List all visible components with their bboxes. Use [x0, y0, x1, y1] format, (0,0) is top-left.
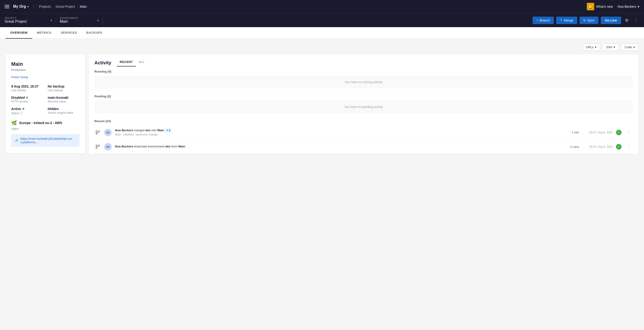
activity-tab-recent[interactable]: RECENT	[117, 59, 136, 66]
env-value: Main	[60, 20, 78, 24]
activity-section: Running (0) You have no running activity…	[89, 66, 638, 154]
more-menu-button[interactable]: ⋮	[632, 16, 639, 24]
golive-label: Go Live	[605, 19, 617, 22]
activity-body: Noa Beckers merged dev into Main + 1 Mai…	[115, 128, 564, 136]
svg-point-2	[96, 133, 97, 134]
whats-new-button[interactable]: 🔔 What's new	[587, 3, 613, 10]
http-access-item: Disabled HTTP access	[11, 96, 43, 103]
breadcrumb: Projects › Great Project › Main	[39, 5, 87, 9]
link-icon: 🔗	[15, 139, 18, 142]
tab-backups[interactable]: BACKUPS	[82, 27, 107, 39]
tab-services[interactable]: SERVICES	[56, 27, 82, 39]
last-activity-item: 8 Aug 2022, 18:27 Last activity	[11, 84, 43, 92]
env-url-panel: 🔗 https://main-bvxea6i-j3r2aibq2b4jm.eu-…	[11, 134, 80, 147]
status-value: Active	[11, 107, 43, 111]
project-label: PROJECT	[5, 17, 27, 20]
breadcrumb-sep1: ›	[52, 5, 54, 9]
whats-new-label: What's new	[596, 5, 613, 9]
finish-setup-link[interactable]: Finish Setup	[11, 75, 80, 79]
breadcrumb-sep2: ›	[77, 5, 78, 9]
pending-section-title: Pending (0)	[94, 91, 633, 100]
activity-tab-all[interactable]: ALL	[136, 59, 148, 66]
env-type: Production	[11, 68, 80, 72]
http-access-value: Disabled	[11, 96, 43, 99]
region-text: Europe - Ireland eu-3 - AWS	[20, 121, 62, 125]
breadcrumb-projects[interactable]: Projects	[39, 5, 51, 9]
activity-more-button[interactable]: ⋮	[625, 143, 633, 150]
breadcrumb-project[interactable]: Great Project	[56, 5, 75, 9]
ssh-chevron-icon: ▾	[614, 45, 615, 49]
activity-duration: 2 mins	[567, 145, 579, 149]
activity-text: Noa Beckers branched environment dev fro…	[115, 145, 564, 148]
http-access-dot	[26, 97, 28, 99]
user-menu[interactable]: Noa Beckers ▾	[618, 5, 639, 9]
code-label: Code	[624, 45, 632, 49]
last-backup-value: No backup	[48, 84, 80, 88]
svg-point-5	[96, 147, 97, 149]
project-selector[interactable]: PROJECT Great Project ▾	[5, 17, 56, 24]
code-chevron-icon: ▾	[633, 45, 635, 49]
activity-status-icon: ✓	[616, 144, 622, 149]
region-label: region	[11, 127, 80, 130]
urls-dropdown[interactable]: URLs ▾	[582, 44, 600, 51]
activity-item: AC Noa Beckers merged dev into Main + 1 …	[94, 125, 633, 140]
sync-button[interactable]: ↻ Sync	[580, 17, 598, 24]
svg-point-1	[98, 131, 100, 132]
activity-header: Activity RECENT ALL	[89, 55, 638, 66]
org-selector[interactable]: My Org ▾	[13, 5, 28, 9]
activity-text: Noa Beckers merged dev into Main + 1	[115, 128, 564, 132]
activity-more-button[interactable]: ⋮	[625, 129, 633, 136]
recent-section-title: Recent (24)	[94, 116, 633, 125]
activity-duration: 1 min	[567, 131, 579, 134]
activity-time: 18:21, Aug 8, 2022	[582, 145, 613, 148]
svg-point-3	[96, 145, 97, 146]
content-row: Main Production Finish Setup 8 Aug 2022,…	[6, 55, 638, 154]
http-access-label: HTTP access	[11, 100, 43, 103]
activity-time: 18:27, Aug 8, 2022	[582, 131, 613, 134]
left-panel: Main Production Finish Setup 8 Aug 2022,…	[6, 55, 85, 153]
tab-nav: OVERVIEW METRICS SERVICES BACKUPS	[0, 27, 644, 39]
activity-title: Activity	[94, 60, 111, 66]
activity-status-icon: ✓	[616, 130, 622, 135]
project-chevron-icon: ▾	[50, 19, 52, 22]
region-row: 🌿 Europe - Ireland eu-3 - AWS	[11, 120, 80, 126]
ssh-dropdown[interactable]: SSH ▾	[602, 44, 619, 51]
branch-label: Branch	[540, 19, 550, 22]
branch-button[interactable]: ⑂ Branch	[532, 17, 554, 24]
tab-overview[interactable]: OVERVIEW	[6, 27, 32, 39]
activity-meta: Main 14b806a awesome change	[115, 133, 564, 136]
right-panel: Activity RECENT ALL Running (0) You have…	[89, 55, 638, 154]
golive-button[interactable]: Go Live	[601, 17, 621, 24]
svg-point-4	[98, 145, 100, 146]
sub-header-actions: ⑂ Branch ⇡ Merge ↻ Sync Go Live ⚙ ⋮	[532, 16, 639, 24]
tab-metrics[interactable]: METRICS	[32, 27, 56, 39]
hamburger-menu[interactable]	[5, 5, 9, 8]
settings-button[interactable]: ⚙	[624, 16, 630, 24]
branch-icon: ⑂	[536, 19, 538, 22]
env-label: ENVIRONMENT	[60, 17, 78, 20]
activity-tabs: RECENT ALL	[117, 59, 148, 66]
project-value: Great Project	[5, 20, 27, 24]
main-content: URLs ▾ SSH ▾ Code ▾ Main Production Fini…	[0, 39, 644, 159]
merge-button[interactable]: ⇡ Merge	[556, 17, 577, 24]
code-dropdown[interactable]: Code ▾	[621, 44, 638, 51]
pending-empty: You have no pending activity	[94, 100, 633, 113]
machine-name-value: main-bvxea6i	[48, 96, 80, 99]
top-nav-right: 🔔 What's new Noa Beckers ▾	[587, 3, 639, 10]
machine-name-item: main-bvxea6i Machine name	[48, 96, 80, 103]
user-name-label: Noa Beckers	[618, 5, 636, 9]
status-item: Active Status ⓘ	[11, 107, 43, 115]
env-chevron-icon: ▾	[97, 19, 99, 22]
sync-icon: ↻	[583, 19, 586, 22]
sub-header: PROJECT Great Project ▾ ENVIRONMENT Main…	[0, 13, 644, 27]
env-selector[interactable]: ENVIRONMENT Main ▾	[56, 17, 103, 24]
env-url-link[interactable]: https://main-bvxea6i-j3r2aibq2b4jm.eu-3.…	[20, 137, 76, 144]
status-info-icon[interactable]: ⓘ	[20, 111, 23, 115]
merge-icon: ⇡	[560, 19, 563, 22]
top-nav: My Org ▾ | Projects › Great Project › Ma…	[0, 0, 644, 13]
nav-separator: |	[33, 4, 34, 9]
org-chevron-icon: ▾	[27, 5, 28, 8]
branch-icon	[94, 143, 101, 150]
user-chevron-icon: ▾	[638, 5, 639, 9]
info-grid: 8 Aug 2022, 18:27 Last activity No backu…	[11, 84, 80, 115]
